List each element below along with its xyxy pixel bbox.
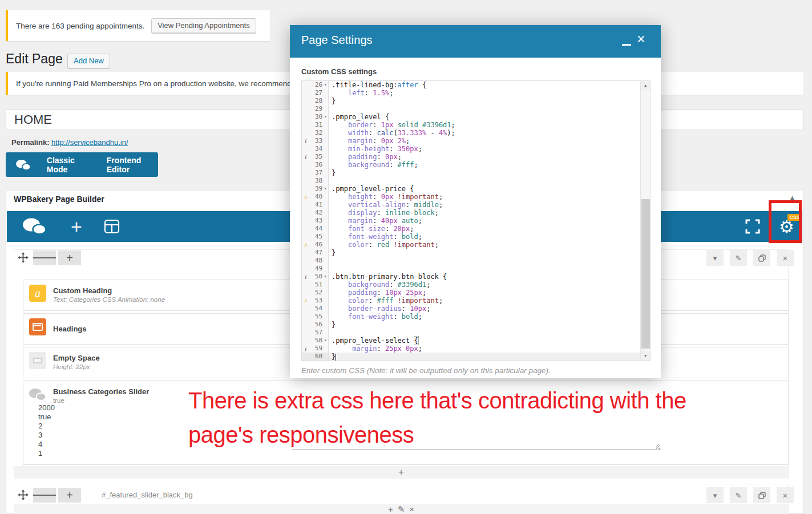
row-drag-icon[interactable] — [18, 489, 29, 500]
add-new-button[interactable]: Add New — [67, 54, 110, 68]
gutter-spacer — [302, 225, 310, 233]
close-icon[interactable]: × — [409, 504, 414, 514]
templates-icon[interactable] — [104, 218, 120, 234]
line-number: 59 — [310, 345, 323, 353]
code-line[interactable] — [329, 265, 332, 273]
element-subtitle: true — [53, 397, 64, 404]
row-add-column-icon[interactable]: + — [58, 488, 81, 503]
code-line[interactable]: color: #fff !important; — [329, 297, 443, 305]
row-add-column-icon[interactable]: + — [58, 250, 81, 265]
fold-icon[interactable]: ▾ — [322, 337, 328, 345]
line-number: 48 — [310, 257, 323, 265]
code-line[interactable]: margin: 0px 2%; — [329, 137, 410, 145]
permalink-link[interactable]: http://servicebandhu.in/ — [51, 138, 128, 147]
code-line[interactable]: min-height: 350px; — [329, 145, 422, 153]
row-delete-icon[interactable]: × — [777, 250, 794, 266]
add-element-strip[interactable]: + — [14, 466, 788, 479]
scroll-down-icon[interactable]: ▼ — [641, 351, 650, 361]
row-edit-pencil-icon[interactable]: ✎ — [730, 487, 747, 503]
fold-spacer — [322, 201, 328, 209]
plus-icon[interactable]: + — [388, 504, 393, 514]
code-line[interactable]: display: inline-block; — [329, 209, 439, 217]
fullscreen-icon[interactable] — [745, 219, 760, 234]
code-line[interactable]: .btn.btn-primary.btn-block { — [329, 273, 447, 281]
line-number: 51 — [310, 281, 323, 289]
editor-scrollbar[interactable]: ▲ ▼ — [640, 81, 650, 361]
page-settings-modal: Page Settings × Custom CSS settings 26▾.… — [290, 25, 661, 378]
pencil-icon[interactable]: ✎ — [398, 504, 405, 514]
code-line[interactable]: margin: 25px 0px; — [329, 345, 422, 353]
row-drag-icon[interactable] — [18, 252, 29, 263]
fold-icon[interactable]: ▾ — [322, 81, 328, 89]
scrollbar-thumb[interactable] — [641, 199, 650, 349]
row-toggle-icon[interactable]: ▾ — [706, 487, 724, 503]
code-line[interactable] — [329, 105, 332, 113]
row-delete-icon[interactable]: × — [777, 487, 794, 503]
slider-param-value: 3 — [38, 431, 55, 440]
code-line[interactable]: .pmpro_level { — [329, 113, 389, 121]
code-line[interactable]: font-weight: bold; — [329, 233, 422, 241]
fold-icon[interactable]: ▾ — [322, 113, 328, 121]
fold-spacer — [322, 345, 328, 353]
fold-icon[interactable]: ▾ — [322, 185, 328, 193]
code-line[interactable]: padding: 0px; — [329, 153, 402, 161]
line-number: 26 — [310, 81, 323, 89]
modal-header[interactable]: Page Settings × — [290, 25, 661, 58]
code-line[interactable] — [329, 257, 332, 265]
code-line[interactable]: border: 1px solid #3396d1; — [329, 121, 455, 129]
code-line[interactable]: .pmpro_level-price { — [329, 185, 414, 193]
line-number: 38 — [310, 177, 323, 185]
code-line[interactable]: } — [329, 321, 336, 329]
line-number: 31 — [310, 121, 323, 129]
plus-icon[interactable]: + — [398, 467, 404, 477]
code-line[interactable] — [329, 329, 332, 337]
code-line[interactable]: padding: 10px 25px; — [329, 289, 426, 297]
close-icon[interactable]: × — [637, 32, 645, 46]
add-element-icon[interactable]: + — [71, 217, 82, 236]
row-clone-icon[interactable] — [753, 487, 770, 503]
view-pending-appointments-button[interactable]: View Pending Appointments — [151, 18, 256, 33]
wpbakery-logo-icon[interactable] — [23, 218, 47, 235]
line-number: 27 — [310, 89, 323, 97]
fold-icon[interactable]: ▾ — [322, 273, 328, 281]
minimize-icon[interactable] — [622, 44, 631, 46]
code-line[interactable]: } — [329, 97, 336, 105]
code-line[interactable] — [329, 177, 332, 185]
row-edit-pencil-icon[interactable]: ✎ — [730, 250, 747, 266]
classic-mode-tab[interactable]: Classic Mode — [47, 156, 91, 174]
code-line[interactable]: background: #fff; — [329, 161, 418, 169]
code-line[interactable]: left: 1.5%; — [329, 89, 393, 97]
gutter-spacer — [302, 169, 310, 177]
scroll-up-icon[interactable]: ▲ — [641, 81, 650, 90]
line-number: 33 — [310, 137, 323, 145]
code-line[interactable]: } — [329, 353, 336, 361]
code-line[interactable]: font-size: 20px; — [329, 225, 414, 233]
annotation-line-1: There is extra css here that's contradic… — [188, 383, 686, 418]
code-line[interactable]: } — [329, 169, 336, 177]
code-line[interactable]: margin: 40px auto; — [329, 217, 422, 225]
annotation-highlight-rect — [769, 200, 802, 243]
row-layout-icon[interactable] — [33, 488, 56, 503]
gutter-spacer — [302, 329, 310, 337]
line-number: 36 — [310, 161, 323, 169]
row-toggle-icon[interactable]: ▾ — [706, 250, 724, 266]
code-line[interactable]: background: #3396d1; — [329, 281, 430, 289]
row-clone-icon[interactable] — [753, 250, 770, 266]
code-line[interactable]: .title-lined-bg:after { — [329, 81, 426, 89]
fold-spacer — [322, 129, 328, 137]
code-line[interactable]: color: red !important; — [329, 241, 439, 249]
code-line[interactable]: width: calc(33.333% - 4%); — [329, 129, 455, 137]
code-line[interactable]: font-weight: bold; — [329, 313, 422, 321]
slider-param-value: 4 — [38, 440, 55, 449]
fold-spacer — [322, 121, 328, 129]
code-line[interactable]: .pmpro_level-select { — [329, 337, 418, 345]
fold-spacer — [322, 297, 328, 305]
code-line[interactable]: height: 0px !important; — [329, 193, 443, 201]
css-code-editor[interactable]: 26▾.title-lined-bg:after {27 left: 1.5%;… — [301, 80, 651, 361]
code-line[interactable]: border-radius: 10px; — [329, 305, 430, 313]
row-layout-icon[interactable] — [33, 250, 56, 265]
code-line[interactable]: vertical-align: middle; — [329, 201, 443, 209]
frontend-editor-tab[interactable]: Frontend Editor — [107, 156, 158, 174]
code-line[interactable]: } — [329, 249, 336, 257]
gutter-spacer — [302, 209, 310, 217]
